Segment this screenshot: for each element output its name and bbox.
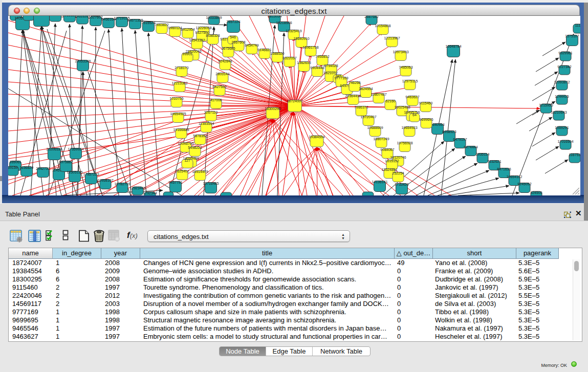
svg-text:64: 64 [412, 113, 417, 117]
svg-text:165061: 165061 [9, 160, 21, 164]
svg-text:16543382: 16543382 [189, 38, 205, 42]
svg-text:18807249: 18807249 [373, 137, 389, 141]
svg-text:14136141: 14136141 [372, 180, 387, 184]
svg-text:19166825: 19166825 [173, 128, 189, 132]
svg-text:3675685: 3675685 [221, 47, 235, 50]
svg-text:2935114: 2935114 [476, 152, 490, 156]
svg-text:18300295: 18300295 [265, 107, 280, 111]
svg-text:1575107: 1575107 [565, 34, 579, 38]
svg-text:19218506: 19218506 [276, 21, 292, 25]
svg-text:7625402: 7625402 [175, 169, 189, 173]
svg-text:252254: 252254 [392, 171, 404, 175]
svg-text:19384554: 19384554 [309, 135, 324, 139]
svg-text:9463627: 9463627 [405, 95, 419, 99]
svg-text:16782759: 16782759 [114, 182, 130, 186]
svg-text:16648784: 16648784 [445, 45, 461, 48]
svg-text:8322037: 8322037 [282, 56, 296, 60]
svg-text:1156829: 1156829 [20, 166, 34, 169]
svg-text:20206536: 20206536 [46, 147, 62, 151]
svg-text:1588520: 1588520 [270, 52, 284, 55]
svg-text:1733426: 1733426 [395, 183, 408, 186]
svg-text:6794028: 6794028 [324, 64, 338, 68]
svg-text:23991406: 23991406 [33, 16, 49, 16]
svg-text:1065326: 1065326 [48, 16, 62, 16]
svg-text:12505135: 12505135 [67, 170, 82, 174]
svg-text:9242848: 9242848 [218, 59, 232, 63]
svg-text:5878352: 5878352 [193, 134, 207, 138]
svg-text:1569291: 1569291 [555, 126, 569, 129]
svg-text:9115460: 9115460 [419, 101, 433, 105]
svg-text:3215955: 3215955 [539, 103, 553, 107]
svg-text:2687682: 2687682 [364, 16, 378, 18]
svg-text:8471636: 8471636 [497, 167, 511, 171]
svg-text:13226058: 13226058 [195, 26, 211, 30]
svg-text:8958923: 8958923 [442, 130, 456, 134]
svg-text:9329961: 9329961 [558, 51, 572, 55]
svg-text:99901: 99901 [182, 52, 192, 56]
svg-text:17016504: 17016504 [557, 140, 573, 143]
svg-text:16120746: 16120746 [390, 156, 406, 159]
svg-text:15720407: 15720407 [360, 115, 376, 119]
svg-text:8427552: 8427552 [212, 85, 226, 89]
svg-text:1244415: 1244415 [555, 95, 569, 98]
svg-text:417006: 417006 [210, 98, 222, 102]
svg-text:1527602: 1527602 [89, 16, 102, 19]
svg-text:8454749: 8454749 [245, 43, 258, 47]
svg-text:3624554: 3624554 [359, 87, 373, 91]
svg-text:8813054: 8813054 [268, 16, 281, 18]
svg-text:16210643: 16210643 [551, 111, 567, 114]
svg-text:1640954: 1640954 [430, 123, 444, 126]
svg-text:2867608: 2867608 [231, 40, 245, 44]
svg-text:19756928: 19756928 [397, 141, 412, 145]
svg-text:9699695: 9699695 [419, 118, 433, 121]
svg-text:10046755: 10046755 [178, 142, 193, 145]
svg-text:17359924: 17359924 [68, 147, 83, 151]
svg-text:1010755: 1010755 [169, 97, 183, 100]
svg-text:7663822: 7663822 [155, 23, 168, 27]
svg-text:10154808: 10154808 [375, 24, 390, 28]
svg-text:9084067: 9084067 [380, 148, 394, 151]
svg-text:7515524: 7515524 [141, 21, 155, 25]
svg-text:8912954: 8912954 [181, 28, 194, 31]
svg-text:19654923: 19654923 [401, 126, 417, 129]
svg-text:6479197: 6479197 [453, 138, 467, 141]
svg-text:746266: 746266 [349, 81, 360, 84]
svg-text:11353594: 11353594 [199, 122, 214, 125]
svg-text:9904448: 9904448 [310, 66, 324, 70]
svg-text:7485063: 7485063 [399, 65, 412, 69]
svg-text:12213967: 12213967 [384, 36, 400, 40]
svg-text:1615152: 1615152 [385, 159, 399, 163]
svg-text:13524851: 13524851 [381, 168, 397, 171]
svg-text:127: 127 [184, 159, 190, 162]
svg-text:62160: 62160 [385, 99, 396, 103]
svg-text:12923446: 12923446 [129, 186, 145, 190]
svg-text:10671355: 10671355 [127, 18, 143, 22]
svg-text:12213382: 12213382 [171, 81, 187, 85]
svg-text:546: 546 [230, 35, 236, 39]
svg-text:10033809: 10033809 [206, 16, 222, 19]
svg-text:10653267: 10653267 [74, 16, 90, 18]
svg-text:3267110: 3267110 [204, 111, 218, 114]
svg-text:18640910: 18640910 [293, 37, 309, 40]
svg-text:15716485: 15716485 [203, 182, 219, 185]
svg-text:2803144: 2803144 [215, 72, 229, 76]
svg-text:9777169: 9777169 [334, 76, 348, 80]
svg-text:10025488: 10025488 [394, 105, 410, 109]
svg-text:9975867: 9975867 [59, 160, 73, 164]
svg-text:10654112: 10654112 [507, 175, 522, 179]
svg-text:10973493: 10973493 [393, 50, 408, 54]
svg-text:18724007: 18724007 [287, 99, 302, 103]
svg-text:10807487: 10807487 [371, 93, 386, 96]
svg-text:9227342: 9227342 [557, 65, 571, 69]
svg-text:12975115: 12975115 [402, 79, 418, 83]
svg-text:2718170: 2718170 [175, 66, 188, 70]
svg-text:10958107: 10958107 [97, 179, 113, 182]
svg-text:20364436: 20364436 [345, 94, 361, 98]
svg-text:16914479: 16914479 [192, 170, 208, 173]
svg-text:7986372: 7986372 [354, 105, 368, 109]
svg-text:17957223: 17957223 [83, 172, 99, 176]
svg-text:13325419: 13325419 [286, 29, 301, 33]
svg-text:116753: 116753 [569, 153, 580, 157]
svg-text:7857224: 7857224 [226, 20, 240, 24]
svg-text:9245052: 9245052 [517, 182, 531, 186]
